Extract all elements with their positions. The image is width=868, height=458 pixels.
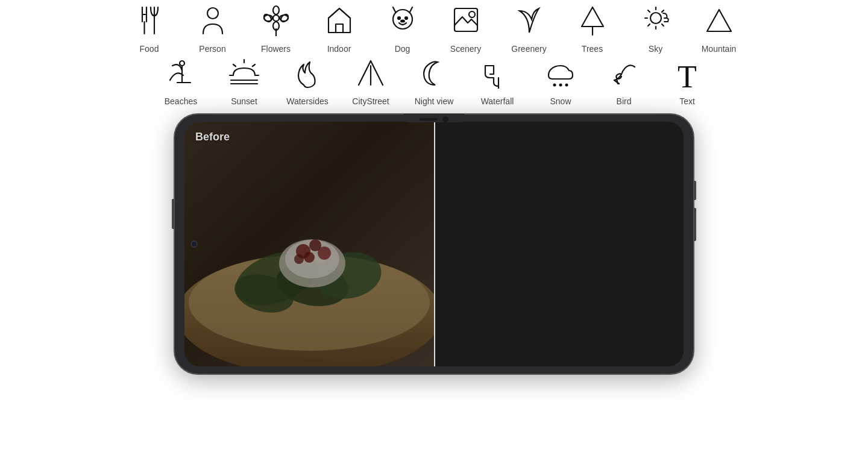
phone-screen: Before	[184, 122, 684, 366]
flowers-label: Flowers	[261, 44, 291, 54]
svg-line-29	[662, 24, 664, 26]
icon-item-greenery: Greenery	[497, 5, 561, 56]
icon-item-scenery: Scenery	[434, 5, 497, 56]
beaches-icon	[165, 57, 197, 93]
svg-line-28	[648, 10, 650, 12]
nightview-icon	[418, 57, 450, 93]
svg-point-43	[559, 84, 562, 87]
icon-item-flowers: Flowers	[244, 5, 307, 56]
trees-label: Trees	[582, 44, 603, 54]
icon-row-2: Beaches Sunset	[149, 57, 719, 108]
volume-button	[172, 199, 174, 229]
citystreet-icon	[355, 57, 386, 93]
dog-icon	[389, 5, 416, 40]
sunset-label: Sunset	[231, 96, 257, 106]
icon-item-sunset: Sunset	[213, 57, 276, 108]
person-icon	[200, 5, 226, 40]
watersides-icon	[292, 57, 323, 93]
svg-point-23	[650, 13, 661, 24]
bird-icon	[608, 57, 640, 93]
text-icon: T	[678, 61, 697, 93]
indoor-label: Indoor	[327, 44, 351, 54]
waterfall-label: Waterfall	[481, 96, 514, 106]
svg-line-31	[648, 24, 650, 26]
beaches-label: Beaches	[165, 96, 197, 106]
icon-row-1: Food Person	[118, 5, 750, 56]
split-divider	[434, 122, 435, 366]
scenery-label: Scenery	[450, 44, 481, 54]
mountain-label: Mountain	[702, 44, 737, 54]
greenery-icon	[516, 5, 542, 40]
svg-point-5	[207, 8, 218, 19]
sky-label: Sky	[649, 44, 662, 54]
svg-rect-60	[184, 122, 434, 366]
svg-point-32	[180, 61, 184, 66]
svg-point-7	[273, 6, 279, 14]
svg-point-44	[565, 84, 568, 87]
svg-marker-21	[582, 7, 603, 27]
power-button	[694, 181, 696, 200]
icon-item-mountain: Mountain	[687, 5, 750, 56]
trees-icon	[579, 5, 606, 40]
food-label: Food	[140, 44, 159, 54]
sunset-icon	[228, 57, 260, 93]
flowers-icon	[263, 5, 289, 40]
waterfall-icon	[482, 57, 513, 93]
svg-point-16	[398, 17, 400, 19]
svg-point-11	[279, 13, 289, 24]
svg-point-18	[400, 20, 405, 23]
svg-line-30	[662, 10, 664, 12]
food-icon	[136, 5, 163, 40]
svg-point-12	[263, 13, 272, 24]
icon-item-dog: Dog	[371, 5, 434, 56]
text-label: Text	[679, 96, 695, 106]
icon-item-bird: Bird	[593, 57, 656, 108]
svg-point-20	[469, 11, 475, 17]
bixby-button	[694, 208, 696, 241]
icon-item-trees: Trees	[561, 5, 624, 56]
sky-icon	[643, 5, 669, 40]
icon-item-waterfall: Waterfall	[466, 57, 529, 108]
icon-item-sky: Sky	[624, 5, 687, 56]
icon-item-indoor: Indoor	[307, 5, 371, 56]
before-label: Before	[195, 131, 230, 143]
icons-section: Food Person	[0, 0, 868, 108]
selfie-camera	[190, 240, 198, 248]
svg-point-42	[553, 84, 556, 87]
icon-item-snow: Snow	[529, 57, 593, 108]
icon-item-nightview: Night view	[403, 57, 466, 108]
svg-line-34	[233, 64, 236, 66]
greenery-label: Greenery	[511, 44, 546, 54]
watersides-label: Watersides	[286, 96, 329, 106]
icon-item-text: T Text	[656, 61, 719, 108]
citystreet-label: CityStreet	[352, 96, 389, 106]
svg-point-6	[273, 15, 279, 21]
icon-item-watersides: Watersides	[276, 57, 339, 108]
before-food-svg	[184, 122, 434, 366]
snow-icon	[545, 57, 576, 93]
svg-rect-14	[336, 24, 343, 33]
icon-item-citystreet: CityStreet	[339, 57, 403, 108]
bird-label: Bird	[617, 96, 632, 106]
before-screen: Before	[184, 122, 434, 366]
svg-line-35	[253, 64, 255, 66]
snow-label: Snow	[550, 96, 571, 106]
phone-device: Before	[175, 114, 693, 374]
main-container: Food Person	[0, 0, 868, 458]
scenery-icon	[453, 5, 479, 40]
icon-item-person: Person	[181, 5, 244, 56]
phone-container: Before	[0, 114, 868, 374]
svg-point-15	[393, 10, 412, 29]
person-label: Person	[199, 44, 225, 54]
dog-label: Dog	[395, 44, 410, 54]
nightview-label: Night view	[415, 96, 454, 106]
mountain-icon	[706, 5, 732, 40]
icon-item-beaches: Beaches	[149, 57, 213, 108]
svg-point-17	[405, 17, 407, 19]
icon-item-food: Food	[118, 5, 181, 56]
indoor-icon	[326, 5, 353, 40]
